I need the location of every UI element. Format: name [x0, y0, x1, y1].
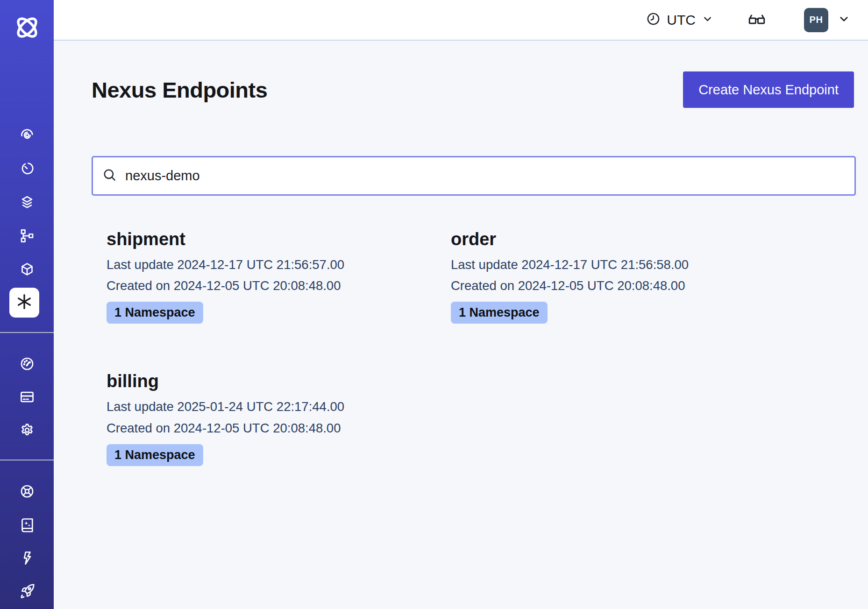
chevron-down-icon: [838, 13, 850, 27]
sidebar-item-feedback[interactable]: [0, 547, 54, 569]
rocket-icon: [19, 583, 36, 600]
gear-icon: [19, 422, 36, 439]
endpoint-created-on: Created on 2024-12-05 UTC 20:08:48.00: [107, 419, 451, 438]
namespace-count-badge: 1 Namespace: [107, 302, 203, 324]
chevron-down-icon: [702, 13, 713, 27]
endpoints-grid: shipment Last update 2024-12-17 UTC 21:5…: [107, 228, 856, 466]
timezone-selector[interactable]: UTC: [646, 12, 713, 28]
main-content: Nexus Endpoints Create Nexus Endpoint sh…: [54, 41, 868, 609]
sidebar-item-usage[interactable]: [0, 353, 54, 375]
temporal-logo[interactable]: [0, 13, 54, 44]
create-nexus-endpoint-button[interactable]: Create Nexus Endpoint: [683, 71, 854, 108]
endpoint-name: order: [451, 228, 795, 251]
endpoint-card[interactable]: order Last update 2024-12-17 UTC 21:56:5…: [451, 228, 795, 324]
help-wheel-icon: [19, 483, 36, 500]
cube-icon: [19, 261, 36, 278]
timezone-label: UTC: [667, 12, 696, 28]
sidebar-item-nexus[interactable]: [9, 288, 39, 318]
endpoint-name: shipment: [107, 228, 451, 251]
sidebar-item-getting-started[interactable]: [0, 580, 54, 602]
sidebar-item-settings[interactable]: [0, 419, 54, 441]
account-menu[interactable]: PH: [804, 8, 850, 32]
sidebar-divider: [0, 332, 54, 333]
page-title: Nexus Endpoints: [92, 77, 267, 103]
sidebar-item-archival[interactable]: [0, 258, 54, 281]
search-input[interactable]: [124, 168, 846, 184]
timer-icon: [19, 160, 36, 177]
gauge-icon: [19, 355, 36, 372]
sidebar-item-task-queues[interactable]: [0, 225, 54, 247]
orbit-icon: [19, 126, 36, 143]
nexus-asterisk-icon: [15, 292, 34, 313]
namespace-count-badge: 1 Namespace: [107, 444, 203, 466]
sidebar-item-workflows[interactable]: [0, 123, 54, 146]
search-bar: [92, 156, 856, 196]
endpoint-last-update: Last update 2025-01-24 UTC 22:17:44.00: [107, 397, 451, 416]
labs-mode-toggle[interactable]: [747, 9, 767, 31]
credit-card-icon: [19, 389, 36, 405]
clock-icon: [646, 12, 661, 28]
sidebar-item-support[interactable]: [0, 480, 54, 503]
endpoint-created-on: Created on 2024-12-05 UTC 20:08:48.00: [451, 276, 795, 295]
namespace-count-badge: 1 Namespace: [451, 302, 548, 324]
search-icon: [102, 167, 117, 184]
page-header: Nexus Endpoints Create Nexus Endpoint: [92, 71, 854, 108]
sidebar-divider: [0, 460, 54, 460]
glasses-icon: [747, 9, 767, 31]
endpoint-name: billing: [107, 370, 451, 393]
topbar: UTC PH: [54, 0, 868, 41]
layers-icon: [19, 194, 36, 211]
network-icon: [19, 227, 36, 244]
sidebar-item-deployments[interactable]: [0, 191, 54, 213]
sidebar-item-docs[interactable]: [0, 514, 54, 536]
avatar: PH: [804, 8, 828, 32]
sidebar-item-billing[interactable]: [0, 386, 54, 408]
endpoint-card[interactable]: billing Last update 2025-01-24 UTC 22:17…: [107, 370, 451, 466]
temporal-logo-icon: [13, 13, 42, 44]
endpoint-last-update: Last update 2024-12-17 UTC 21:56:58.00: [451, 255, 795, 274]
lightning-icon: [19, 550, 36, 567]
endpoint-created-on: Created on 2024-12-05 UTC 20:08:48.00: [107, 276, 451, 295]
sidebar: [0, 0, 54, 609]
book-sparkles-icon: [19, 517, 36, 533]
sidebar-item-schedules[interactable]: [0, 157, 54, 179]
endpoint-last-update: Last update 2024-12-17 UTC 21:56:57.00: [107, 255, 451, 274]
endpoint-card[interactable]: shipment Last update 2024-12-17 UTC 21:5…: [107, 228, 451, 324]
